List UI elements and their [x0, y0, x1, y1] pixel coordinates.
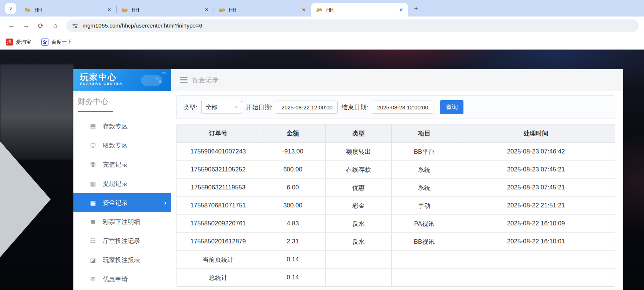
home-button[interactable]: ⌂ [49, 19, 62, 32]
menu-item-label: 彩票下注明细 [103, 218, 140, 226]
wallet-icon: ▥ [88, 180, 98, 188]
menu-item-label: 取款专区 [103, 141, 128, 150]
chevron-right-icon: › [164, 199, 166, 207]
lottery-detail-icon: ≣ [88, 218, 98, 226]
taobao-icon: 淘 [6, 39, 13, 46]
table-row: 1755850209220761 4.83 反水 PA视讯 2025-08-22… [177, 214, 615, 232]
bookmark-label: 百度一下 [51, 39, 72, 46]
sidebar-item-player-report[interactable]: ◪ 玩家投注报表 › [73, 250, 171, 269]
finance-section: 财务中心 [73, 91, 171, 112]
back-button[interactable]: ← [5, 19, 18, 32]
funds-table: 订单号 金额 类型 项目 处理时间 1755906401007243 -913.… [176, 124, 615, 287]
site-favicon [24, 7, 31, 13]
table-row: 1755870681071751 300.00 彩金 手动 2025-08-22… [177, 196, 615, 214]
address-bar[interactable]: mgm1065.com/hhcp/usercenter.html?iniType… [66, 19, 639, 32]
sidebar-menu: ▤ 存款专区 › ⛁ 取款专区 › ⛃ 充值记录 › ▥ 提现记录 › ▦ 资金… [73, 117, 171, 290]
site-settings-icon[interactable] [72, 23, 78, 29]
content-header: 资金记录 [171, 69, 623, 91]
sidebar-item-lottery-detail[interactable]: ≣ 彩票下注明细 › [73, 212, 171, 231]
sidebar: 玩家中心 PLAYERS CENTER 财务中心 ▤ 存款专区 › ⛁ 取款专区… [73, 69, 171, 290]
browser-tab[interactable]: HH ✕ [311, 3, 408, 17]
chevron-down-icon: ∨ [235, 105, 238, 109]
table-header-row: 订单号 金额 类型 项目 处理时间 [177, 124, 615, 142]
sidebar-item-wallet[interactable]: ▥ 提现记录 › [73, 174, 171, 193]
promo-apply-icon: ✉ [88, 275, 98, 283]
bookmark-label: 爱淘宝 [16, 39, 31, 46]
sidebar-item-moneybag[interactable]: ⛃ 充值记录 › [73, 155, 171, 174]
new-tab-button[interactable]: + [411, 3, 421, 14]
browser-tab[interactable]: HH ✕ [116, 3, 214, 17]
menu-item-label: 存款专区 [103, 122, 128, 131]
tab-title: HH [34, 7, 106, 13]
tab-search-button[interactable]: ∨ [5, 3, 16, 14]
hall-bet-record-icon: ☷ [88, 237, 98, 245]
sidebar-item-fund-record[interactable]: ▦ 资金记录 › [73, 193, 171, 212]
menu-item-label: 资金记录 [103, 199, 128, 207]
moneybag-icon: ⛃ [88, 161, 98, 168]
menu-hamburger-icon[interactable] [180, 76, 188, 84]
type-label: 类型: [183, 103, 197, 112]
filter-panel: 类型: 全部 ∨ 开始日期: 2025-08-22 12:00:00 结束日期:… [176, 95, 615, 119]
background-triangle [0, 141, 51, 257]
withdraw-hand-icon: ⛁ [88, 142, 98, 149]
baidu-paw-icon [41, 39, 48, 46]
start-date-input[interactable]: 2025-08-22 12:00:00 [276, 101, 338, 114]
sidebar-item-promo-record[interactable]: ≡ 优惠申请记录 › [73, 289, 171, 290]
browser-tab-strip: ∨ HH ✕ HH ✕ HH ✕ HH ✕ + [0, 0, 644, 17]
table-summary-row: 总统计 0.14 [177, 268, 615, 286]
deposit-card-icon: ▤ [88, 123, 98, 130]
main-content: 资金记录 类型: 全部 ∨ 开始日期: 2025-08-22 12:00:00 … [171, 69, 623, 290]
browser-tab[interactable]: HH ✕ [19, 3, 116, 17]
sidebar-item-deposit-card[interactable]: ▤ 存款专区 › [73, 117, 171, 136]
browser-tab[interactable]: HH ✕ [214, 3, 311, 17]
page-background: 玩家中心 PLAYERS CENTER 财务中心 ▤ 存款专区 › ⛁ 取款专区… [0, 50, 644, 290]
sidebar-item-withdraw-hand[interactable]: ⛁ 取款专区 › [73, 136, 171, 155]
table-summary-row: 当前页统计 0.14 [177, 250, 615, 268]
gamepad-icon [136, 70, 167, 90]
section-underline [78, 111, 167, 112]
tab-close-icon[interactable]: ✕ [106, 7, 113, 13]
tab-title: HH [326, 7, 398, 13]
end-date-input[interactable]: 2025-08-23 12:00:00 [372, 101, 433, 114]
forward-button[interactable]: → [20, 19, 32, 32]
start-date-label: 开始日期: [246, 103, 273, 112]
tab-title: HH [132, 7, 203, 13]
table-row: 1755906321119553 6.00 优惠 系统 2025-08-23 0… [177, 178, 615, 196]
table-row: 1755906401007243 -913.00 额度转出 BB平台 2025-… [177, 142, 615, 160]
sidebar-item-hall-bet-record[interactable]: ☷ 厅室投注记录 › [73, 231, 171, 250]
finance-section-title: 财务中心 [78, 97, 167, 106]
site-favicon [121, 7, 128, 13]
end-date-label: 结束日期: [341, 103, 368, 112]
players-center-banner: 玩家中心 PLAYERS CENTER [73, 69, 171, 91]
tab-close-icon[interactable]: ✕ [398, 7, 404, 13]
table-row: 1755850201612879 2.31 反水 BB视讯 2025-08-22… [177, 232, 615, 250]
bookmark-taobao[interactable]: 淘 爱淘宝 [6, 39, 31, 46]
page-title: 资金记录 [192, 76, 219, 84]
tab-title: HH [229, 7, 301, 13]
browser-toolbar: ← → ⟳ ⌂ mgm1065.com/hhcp/usercenter.html… [0, 17, 644, 35]
site-favicon [316, 7, 323, 13]
site-favicon [219, 7, 225, 13]
player-report-icon: ◪ [88, 256, 98, 264]
menu-item-label: 优惠申请 [103, 275, 128, 283]
tab-close-icon[interactable]: ✕ [203, 7, 210, 13]
menu-item-label: 厅室投注记录 [103, 237, 140, 245]
type-select[interactable]: 全部 ∨ [201, 101, 242, 113]
menu-item-label: 提现记录 [103, 180, 128, 188]
url-text[interactable]: mgm1065.com/hhcp/usercenter.html?iniType… [83, 22, 202, 29]
bookmarks-bar: 淘 爱淘宝 百度一下 [0, 35, 644, 50]
query-button[interactable]: 查询 [440, 100, 463, 114]
tab-close-icon[interactable]: ✕ [301, 7, 307, 13]
bookmark-baidu[interactable]: 百度一下 [41, 39, 72, 46]
table-row: 1755906321105252 600.00 在线存款 系统 2025-08-… [177, 160, 615, 178]
menu-item-label: 玩家投注报表 [103, 256, 140, 264]
sidebar-item-promo-apply[interactable]: ✉ 优惠申请 › [73, 269, 171, 289]
menu-item-label: 充值记录 [103, 160, 128, 169]
fund-record-icon: ▦ [88, 199, 98, 207]
type-select-value: 全部 [206, 104, 217, 111]
reload-button[interactable]: ⟳ [34, 19, 47, 32]
